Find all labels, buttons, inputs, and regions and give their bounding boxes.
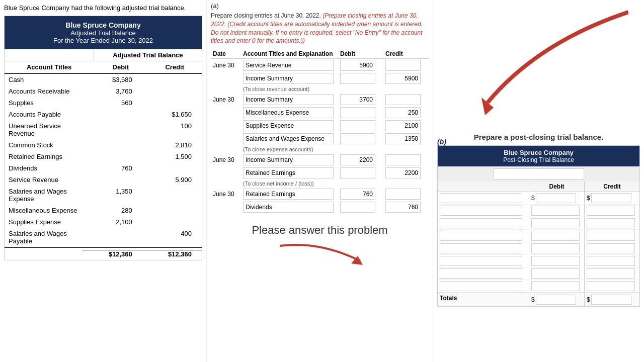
pc-account-input[interactable] bbox=[440, 243, 522, 253]
account-input[interactable] bbox=[243, 154, 334, 165]
pc-debit-input[interactable] bbox=[531, 268, 580, 279]
pc-totals-debit[interactable]: $ bbox=[529, 293, 584, 306]
pc-credit-cell[interactable] bbox=[584, 267, 639, 280]
pc-dollar-debit: $ bbox=[531, 296, 535, 303]
debit-input[interactable] bbox=[340, 73, 375, 84]
pc-credit-cell[interactable] bbox=[584, 217, 639, 229]
pc-account-input[interactable] bbox=[440, 193, 522, 203]
pc-debit-input[interactable] bbox=[531, 281, 580, 291]
pc-row bbox=[438, 280, 639, 293]
pc-account-input[interactable] bbox=[440, 281, 522, 291]
pc-credit-input[interactable] bbox=[587, 231, 635, 241]
pc-credit-input[interactable] bbox=[587, 268, 635, 279]
pc-credit-input[interactable] bbox=[587, 218, 635, 228]
credit-input[interactable] bbox=[385, 133, 421, 144]
credit-input[interactable] bbox=[385, 189, 421, 200]
pc-debit-input[interactable] bbox=[531, 243, 580, 253]
pc-credit-input[interactable] bbox=[587, 281, 635, 291]
pc-credit-cell[interactable] bbox=[584, 280, 639, 292]
debit-input[interactable] bbox=[340, 202, 375, 213]
pc-account-cell[interactable] bbox=[438, 205, 529, 217]
credit-input[interactable] bbox=[385, 154, 421, 165]
pc-debit-cell[interactable] bbox=[529, 217, 584, 229]
pc-totals-credit-input[interactable] bbox=[591, 295, 632, 305]
pc-credit-input[interactable] bbox=[587, 256, 635, 266]
pc-debit-cell[interactable] bbox=[529, 205, 584, 217]
col-credit-title: Credit bbox=[148, 61, 202, 73]
pc-account-input[interactable] bbox=[440, 256, 522, 266]
credit-value bbox=[142, 87, 202, 95]
debit-input[interactable] bbox=[340, 154, 375, 165]
pc-account-input[interactable] bbox=[440, 206, 522, 216]
tb-totals-row: $12,360 $12,360 bbox=[5, 247, 202, 260]
account-input[interactable] bbox=[243, 133, 334, 144]
pc-credit-cell[interactable] bbox=[584, 230, 639, 242]
debit-input[interactable] bbox=[340, 107, 375, 118]
pc-debit-input[interactable] bbox=[531, 256, 580, 266]
account-input[interactable] bbox=[243, 107, 334, 118]
pc-account-cell[interactable] bbox=[438, 192, 529, 204]
credit-input[interactable] bbox=[385, 202, 421, 213]
account-input[interactable] bbox=[243, 94, 334, 105]
credit-input[interactable] bbox=[385, 73, 421, 84]
credit-input[interactable] bbox=[385, 94, 421, 105]
table-row: Accounts Receivable 3,760 bbox=[5, 85, 202, 97]
table-row: Unearned Service Revenue 100 bbox=[5, 120, 202, 139]
pc-account-cell[interactable] bbox=[438, 242, 529, 254]
debit-input[interactable] bbox=[340, 133, 375, 144]
totals-debit: $12,360 bbox=[83, 250, 142, 258]
credit-input[interactable] bbox=[385, 120, 421, 131]
account-input[interactable] bbox=[243, 73, 334, 84]
pc-account-cell[interactable] bbox=[438, 280, 529, 292]
table-row: Supplies 560 bbox=[5, 97, 202, 109]
pc-credit-input[interactable] bbox=[591, 193, 632, 203]
debit-input[interactable] bbox=[340, 94, 375, 105]
table-row: Common Stock 2,810 bbox=[5, 139, 202, 151]
pc-credit-cell[interactable] bbox=[584, 255, 639, 267]
pc-debit-cell[interactable] bbox=[529, 255, 584, 267]
pc-account-input[interactable] bbox=[440, 231, 522, 241]
pc-credit-input[interactable] bbox=[587, 206, 635, 216]
credit-input[interactable] bbox=[385, 60, 421, 71]
account-input[interactable] bbox=[243, 202, 334, 213]
debit-input[interactable] bbox=[340, 120, 375, 131]
credit-input[interactable] bbox=[385, 167, 421, 178]
credit-value: 100 bbox=[142, 122, 202, 137]
pc-credit-cell[interactable] bbox=[584, 205, 639, 217]
pc-debit-input[interactable] bbox=[531, 218, 580, 228]
pc-debit-input[interactable] bbox=[531, 206, 580, 216]
debit-input[interactable] bbox=[340, 60, 375, 71]
pc-debit-input[interactable] bbox=[531, 231, 580, 241]
pc-totals-credit[interactable]: $ bbox=[584, 293, 639, 306]
debit-input[interactable] bbox=[340, 167, 375, 178]
pc-debit-cell[interactable] bbox=[529, 230, 584, 242]
pc-debit-cell[interactable]: $ bbox=[529, 192, 584, 204]
closing-entry-row: June 30 bbox=[211, 93, 429, 106]
closing-note: (To close expense accounts) bbox=[241, 145, 429, 153]
entry-date bbox=[211, 132, 241, 145]
pc-credit-cell[interactable] bbox=[584, 242, 639, 254]
account-input[interactable] bbox=[243, 60, 334, 71]
pc-account-input[interactable] bbox=[440, 218, 522, 228]
pc-debit-input[interactable] bbox=[536, 193, 577, 203]
pc-account-cell[interactable] bbox=[438, 255, 529, 267]
pc-account-input[interactable] bbox=[440, 268, 522, 279]
pc-name-input-row[interactable] bbox=[438, 166, 639, 182]
account-input[interactable] bbox=[243, 167, 334, 178]
col-credit: Credit bbox=[383, 49, 429, 59]
pc-debit-cell[interactable] bbox=[529, 280, 584, 292]
pc-account-cell[interactable] bbox=[438, 230, 529, 242]
pc-credit-cell[interactable]: $ bbox=[584, 192, 639, 204]
account-input[interactable] bbox=[243, 189, 334, 200]
pc-credit-input[interactable] bbox=[587, 243, 635, 253]
right-panel: (b) Prepare a post-closing trial balance… bbox=[433, 0, 644, 362]
pc-account-cell[interactable] bbox=[438, 267, 529, 280]
pc-debit-cell[interactable] bbox=[529, 267, 584, 280]
pc-totals-debit-input[interactable] bbox=[536, 295, 577, 305]
account-input[interactable] bbox=[243, 120, 334, 131]
debit-input[interactable] bbox=[340, 189, 375, 200]
pc-name-input[interactable] bbox=[494, 168, 584, 179]
pc-debit-cell[interactable] bbox=[529, 242, 584, 254]
pc-account-cell[interactable] bbox=[438, 217, 529, 229]
credit-input[interactable] bbox=[385, 107, 421, 118]
